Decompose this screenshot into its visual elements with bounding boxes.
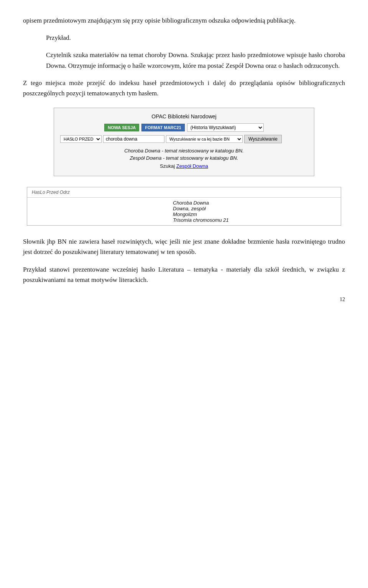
opac-screenshot: OPAC Biblioteki Narodowej NOWA SESJA FOR…: [54, 108, 314, 176]
search-label-text: Szukaj: [160, 163, 175, 169]
zespol-downa-link[interactable]: Zespół Downa: [176, 163, 208, 169]
format-button[interactable]: FORMAT MARC21: [141, 124, 185, 131]
table-header-row: HasLo Przed Odrz: [27, 187, 341, 198]
table-data-row: Choroba DownaDowna, zespółMongolizmTriso…: [27, 198, 341, 226]
bottom-text-1: Słownik jhp BN nie zawiera haseł rozwini…: [23, 236, 345, 257]
result-line-2: Zespół Downa - temat stosowany w katalog…: [60, 155, 308, 161]
opac-toolbar-row: NOWA SESJA FORMAT MARC21 (Historia Wyszu…: [60, 123, 308, 132]
table-entry: Mongolizm: [173, 211, 336, 217]
intro-paragraph: opisem przedmiotowym znajdującym się prz…: [23, 15, 345, 26]
example-text: Czytelnik szuka materiałów na temat chor…: [46, 50, 345, 70]
col-left-header: HasLo Przed Odrz: [27, 187, 168, 198]
history-select[interactable]: (Historia Wyszukiwań): [187, 123, 264, 132]
opac-search-label: Szukaj Zespół Downa: [60, 163, 308, 169]
search-input[interactable]: [103, 135, 164, 143]
col-right-header: [168, 187, 341, 198]
table-entry: Trisomia chromosomu 21: [173, 217, 336, 223]
new-session-button[interactable]: NOWA SESJA: [104, 124, 139, 131]
opac-result-area: Choroba Downa - temat niestosowany w kat…: [60, 148, 308, 161]
field-dropdown[interactable]: HASŁO PRZED: [60, 135, 102, 143]
explanation-text: Z tego miejsca może przejść do indeksu h…: [23, 78, 345, 98]
table-entry: Downa, zespół: [173, 206, 336, 211]
page-number: 12: [23, 296, 345, 303]
opac-title: OPAC Biblioteki Narodowej: [60, 113, 308, 120]
example-label: Przykład.: [46, 33, 345, 43]
result-line-1: Choroba Downa - temat niestosowany w kat…: [60, 148, 308, 154]
table-entry: Choroba Downa: [173, 200, 336, 206]
bottom-text-2: Przykład stanowi prezentowane wcześniej …: [23, 264, 345, 285]
col-right-entries: Choroba DownaDowna, zespółMongolizmTriso…: [168, 198, 341, 226]
col-left-value: [27, 198, 168, 226]
opac-search-row: HASŁO PRZED Wyszukiwanie w ca łej bazie …: [60, 135, 308, 143]
scope-select[interactable]: Wyszukiwanie w ca łej bazie BN: [166, 135, 243, 143]
haslo-table: HasLo Przed Odrz Choroba DownaDowna, zes…: [27, 187, 341, 226]
search-button[interactable]: Wyszukiwanie: [244, 135, 282, 143]
